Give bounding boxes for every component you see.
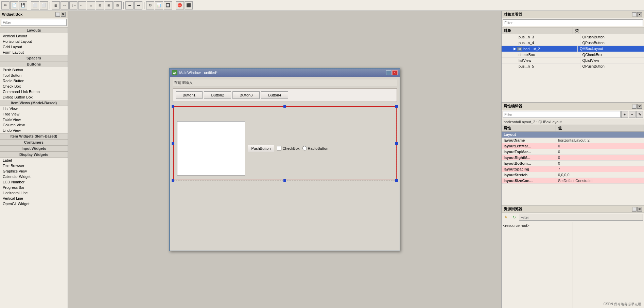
obj-row-0[interactable]: pus...n_3 QPushButton — [502, 34, 644, 40]
widget-item-horizontal-line[interactable]: Horizontal Line — [0, 190, 68, 196]
sel-handle-bl[interactable] — [172, 179, 174, 182]
widget-item-calendar-widget[interactable]: Calendar Widget — [0, 174, 68, 179]
widget-item-command-link[interactable]: Command Link Button — [0, 89, 68, 94]
prop-name-3: layoutRightM... — [502, 155, 556, 160]
prop-row-bottommar[interactable]: layoutBottom... 0 — [502, 161, 644, 166]
toolbar-btn-10[interactable]: ⌂ — [87, 1, 95, 10]
widget-item-undo-view[interactable]: Undo View — [0, 128, 68, 133]
prop-row-layoutname[interactable]: layoutName horizontalLayout_2 — [502, 138, 644, 143]
toolbar-btn-7[interactable]: ≡≡ — [60, 1, 69, 10]
sel-handle-tl[interactable] — [172, 105, 174, 108]
widget-item-form-layout[interactable]: Form Layout — [0, 50, 68, 55]
toolbar-btn-15[interactable]: ➡ — [134, 1, 142, 10]
toolbar-btn-6[interactable]: ▦ — [52, 1, 60, 10]
designer-button2[interactable]: Button2 — [204, 91, 231, 99]
widget-item-vertical-line[interactable]: Vertical Line — [0, 196, 68, 201]
obj-row-5[interactable]: pus...n_5 QPushButton — [502, 64, 644, 69]
widget-item-dialog-button[interactable]: Dialog Button Box — [0, 94, 68, 100]
toolbar-btn-8[interactable]: ⋮≡ — [69, 1, 77, 10]
widget-box-float-btn[interactable]: ⬜ — [55, 12, 60, 17]
res-edit-btn[interactable]: ✎ — [503, 214, 509, 221]
widget-item-lcd-number[interactable]: LCD Number — [0, 179, 68, 185]
obj-inspector-float-btn[interactable]: ⬜ — [632, 12, 637, 17]
toolbar-btn-18[interactable]: 🔲 — [164, 1, 172, 10]
sel-handle-br[interactable] — [395, 179, 398, 182]
toolbar-btn-14[interactable]: ⬅ — [125, 1, 134, 10]
toolbar-btn-11[interactable]: ⊞ — [96, 1, 104, 10]
widget-item-horizontal-layout[interactable]: Horizontal Layout — [0, 39, 68, 44]
designer-push-button[interactable]: PushButton — [248, 145, 275, 152]
prop-filter-input[interactable] — [503, 111, 621, 118]
widget-box-close-btn[interactable]: ✕ — [61, 12, 66, 17]
obj-inspector-filter-input[interactable] — [503, 19, 643, 26]
prop-remove-btn[interactable]: − — [629, 111, 636, 118]
obj-row-2[interactable]: ▶ ⊞ hori...ut_2 QHBoxLayout — [502, 46, 644, 52]
widget-item-grid-layout[interactable]: Grid Layout — [0, 44, 68, 50]
obj-row-1[interactable]: pus...n_4 QPushButton — [502, 40, 644, 46]
sel-handle-tm[interactable] — [283, 105, 286, 108]
toolbar-btn-5[interactable]: ⬜ — [40, 1, 48, 10]
widget-item-progress-bar[interactable]: Progress Bar — [0, 185, 68, 190]
widget-item-label[interactable]: Label — [0, 158, 68, 163]
prop-row-spacing[interactable]: layoutSpacing 7 — [502, 166, 644, 172]
toolbar-stop-btn[interactable]: ⛔ — [176, 1, 184, 10]
sel-handle-bm[interactable] — [283, 179, 286, 182]
sel-handle-mr[interactable] — [395, 142, 398, 145]
designer-radio-button[interactable] — [302, 146, 307, 150]
designer-minimize-btn[interactable]: ─ — [386, 70, 391, 75]
designer-button4[interactable]: Button4 — [261, 91, 288, 99]
widget-item-vertical-layout[interactable]: Vertical Layout — [0, 33, 68, 39]
designer-menubar[interactable]: 在这里输入 — [173, 79, 397, 86]
prop-add-btn[interactable]: + — [621, 111, 628, 118]
designer-close-btn[interactable]: ✕ — [392, 70, 398, 75]
toolbar-btn-16[interactable]: ⚙ — [146, 1, 154, 10]
prop-row-leftmar[interactable]: layoutLeftMar... 0 — [502, 143, 644, 149]
prop-editor-close-btn[interactable]: ✕ — [637, 104, 642, 109]
res-filter-input[interactable] — [519, 214, 643, 221]
widget-item-tool-button[interactable]: Tool Button — [0, 73, 68, 78]
sel-handle-tr[interactable] — [395, 105, 398, 108]
designer-list-widget[interactable] — [177, 121, 245, 176]
prop-row-sizecon[interactable]: layoutSizeCon... SetDefaultConstraint — [502, 178, 644, 184]
prop-editor-float-btn[interactable]: ⬜ — [632, 104, 637, 109]
prop-row-stretch[interactable]: layoutStretch 0,0,0,0 — [502, 172, 644, 178]
obj-row-3[interactable]: checkBox QCheckBox — [502, 52, 644, 58]
obj-class-0: QPushButton — [580, 34, 644, 40]
widget-item-column-view[interactable]: Column View — [0, 122, 68, 128]
prop-row-topmar[interactable]: layoutTopMar... 0 — [502, 149, 644, 155]
qt-logo-icon: Qt — [172, 70, 177, 75]
widget-item-graphics-view[interactable]: Graphics View — [0, 168, 68, 174]
widget-filter-input[interactable] — [1, 19, 67, 26]
widget-item-push-button[interactable]: Push Button — [0, 67, 68, 73]
widget-item-text-browser[interactable]: Text Browser — [0, 163, 68, 168]
designer-layout-container[interactable]: PushButton CheckBox RadioButton — [173, 106, 397, 181]
widget-item-check-box[interactable]: Check Box — [0, 84, 68, 89]
sel-handle-ml[interactable] — [172, 142, 174, 145]
res-refresh-btn[interactable]: ↻ — [511, 214, 518, 221]
widget-item-table-view[interactable]: Table View — [0, 117, 68, 122]
toolbar-new-btn[interactable]: ✏ — [1, 1, 10, 10]
prop-edit-btn[interactable]: ✎ — [636, 111, 643, 118]
designer-checkbox[interactable] — [277, 146, 281, 150]
widget-item-radio-button[interactable]: Radio Button — [0, 78, 68, 84]
widget-search-area — [0, 18, 68, 27]
widget-item-opengl-widget[interactable]: OpenGL Widget — [0, 201, 68, 206]
toolbar-btn-4[interactable]: ⬜ — [31, 1, 39, 10]
res-browser-close-btn[interactable]: ✕ — [637, 207, 642, 212]
designer-button1[interactable]: Button1 — [176, 91, 203, 99]
toolbar-btn-13[interactable]: ⊡ — [114, 1, 122, 10]
prop-row-rightmar[interactable]: layoutRightM... 0 — [502, 155, 644, 161]
toolbar-open-btn[interactable]: 📄 — [10, 1, 18, 10]
obj-row-4[interactable]: listView QListView — [502, 58, 644, 64]
obj-inspector-close-btn[interactable]: ✕ — [637, 12, 642, 17]
widget-box-header: Widget Box ⬜ ✕ — [0, 11, 68, 18]
toolbar-btn-17[interactable]: 📊 — [155, 1, 163, 10]
widget-item-tree-view[interactable]: Tree View — [0, 111, 68, 117]
designer-button3[interactable]: Button3 — [232, 91, 260, 99]
toolbar-btn-9[interactable]: ≡⋮ — [78, 1, 86, 10]
widget-item-list-view[interactable]: List View — [0, 106, 68, 111]
toolbar-btn-20[interactable]: ⬛ — [185, 1, 193, 10]
res-browser-float-btn[interactable]: ⬜ — [632, 207, 637, 212]
toolbar-btn-12[interactable]: ⊠ — [105, 1, 113, 10]
toolbar-save-btn[interactable]: 💾 — [19, 1, 27, 10]
